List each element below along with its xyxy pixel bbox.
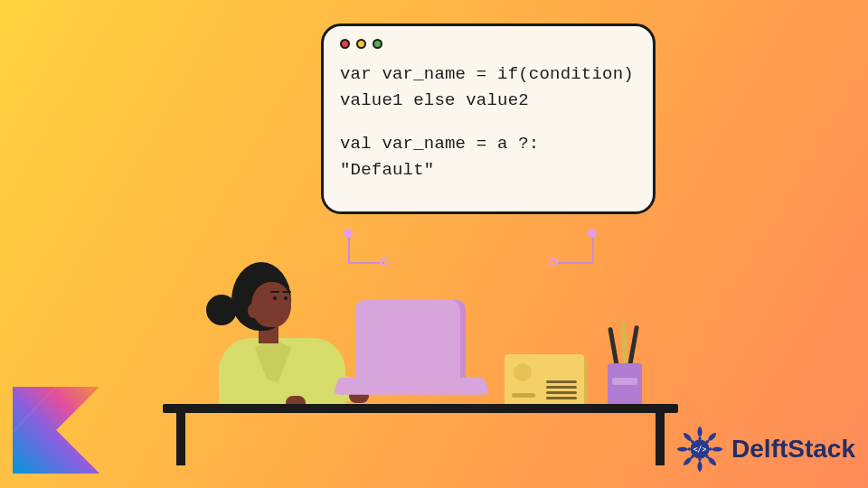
- pen-cup-icon: [608, 363, 642, 407]
- code-line-3: val var_name = a ?:: [340, 131, 637, 157]
- delftstack-logo-icon: </>: [674, 423, 726, 475]
- connector-dot-icon: [588, 229, 597, 238]
- svg-point-8: [709, 447, 712, 450]
- pen-icon: [608, 327, 619, 367]
- code-window: var var_name = if(condition) value1 else…: [321, 23, 656, 214]
- delftstack-brand: </> DelftStack: [674, 423, 855, 475]
- close-icon: [340, 39, 350, 49]
- svg-point-10: [698, 458, 701, 461]
- desk-leg: [656, 411, 665, 465]
- pencil-icon: [621, 322, 627, 367]
- kotlin-logo-icon: [13, 387, 99, 474]
- connector-dot-icon: [344, 229, 353, 238]
- svg-point-12: [688, 447, 691, 450]
- laptop-icon: [339, 300, 484, 407]
- desk-top: [163, 404, 678, 413]
- id-card-icon: [505, 354, 584, 407]
- code-line-4: "Default": [340, 157, 637, 183]
- pen-icon: [627, 325, 639, 367]
- minimize-icon: [356, 39, 366, 49]
- connector-line: [556, 262, 594, 264]
- brand-name: DelftStack: [731, 435, 855, 464]
- code-line-1: var var_name = if(condition): [340, 61, 637, 88]
- desk-leg: [176, 411, 185, 465]
- code-line-2: value1 else value2: [340, 88, 637, 114]
- cup-label-icon: [612, 378, 637, 385]
- svg-text:</>: </>: [693, 445, 707, 454]
- window-traffic-lights: [340, 39, 637, 49]
- connector-ring-icon: [549, 258, 558, 267]
- svg-point-6: [698, 437, 701, 440]
- maximize-icon: [373, 39, 382, 49]
